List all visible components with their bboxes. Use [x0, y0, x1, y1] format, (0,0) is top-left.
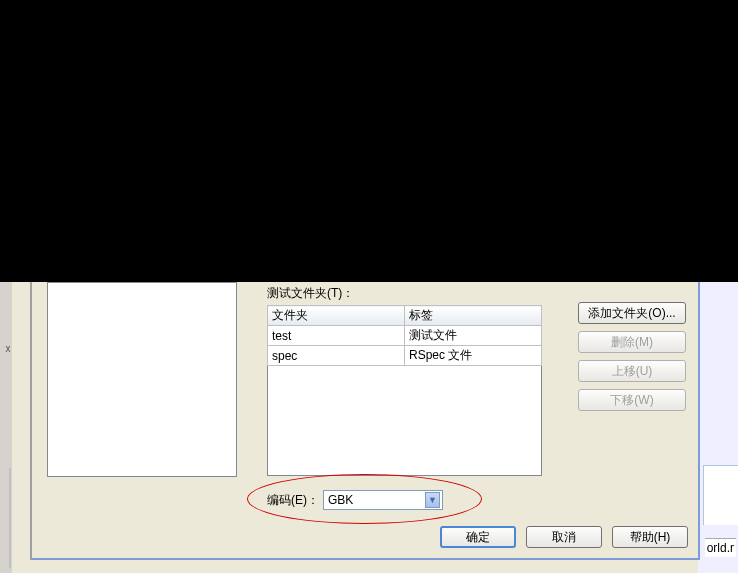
chevron-down-icon[interactable]: ▼	[425, 492, 440, 508]
background-window-fragment	[703, 465, 738, 525]
help-button[interactable]: 帮助(H)	[612, 526, 688, 548]
status-text-fragment: orld.r	[705, 538, 736, 557]
left-list-panel[interactable]	[47, 282, 237, 477]
table-row[interactable]: spec RSpec 文件	[268, 346, 542, 366]
table-header-row: 文件夹 标签	[268, 306, 542, 326]
test-folder-area: 测试文件夹(T)： 文件夹 标签 test 测试文件 spec RSpec 文件	[267, 285, 547, 475]
bg-strip2	[12, 282, 30, 573]
bg-right	[698, 282, 738, 573]
encoding-value: GBK	[328, 493, 353, 507]
encoding-row: 编码(E)： GBK ▼	[267, 490, 443, 510]
move-up-button: 上移(U)	[578, 360, 686, 382]
move-down-button: 下移(W)	[578, 389, 686, 411]
dialog-bottom-buttons: 确定 取消 帮助(H)	[440, 526, 688, 548]
cell-tag[interactable]: 测试文件	[405, 326, 542, 346]
test-folder-label: 测试文件夹(T)：	[267, 285, 354, 302]
obscured-top-region	[0, 0, 738, 282]
right-button-column: 添加文件夹(O)... 删除(M) 上移(U) 下移(W)	[578, 302, 688, 418]
vertical-divider	[9, 468, 11, 568]
cell-folder[interactable]: spec	[268, 346, 405, 366]
cell-tag[interactable]: RSpec 文件	[405, 346, 542, 366]
add-folder-button[interactable]: 添加文件夹(O)...	[578, 302, 686, 324]
table-row[interactable]: test 测试文件	[268, 326, 542, 346]
encoding-select[interactable]: GBK ▼	[323, 490, 443, 510]
cell-folder[interactable]: test	[268, 326, 405, 346]
dialog-panel: 测试文件夹(T)： 文件夹 标签 test 测试文件 spec RSpec 文件…	[30, 282, 700, 560]
cancel-button[interactable]: 取消	[526, 526, 602, 548]
encoding-label: 编码(E)：	[267, 492, 319, 509]
close-icon[interactable]: x	[3, 343, 13, 353]
test-folder-table[interactable]: 文件夹 标签 test 测试文件 spec RSpec 文件	[267, 305, 542, 476]
delete-button: 删除(M)	[578, 331, 686, 353]
col-header-tag[interactable]: 标签	[405, 306, 542, 326]
col-header-folder[interactable]: 文件夹	[268, 306, 405, 326]
ok-button[interactable]: 确定	[440, 526, 516, 548]
